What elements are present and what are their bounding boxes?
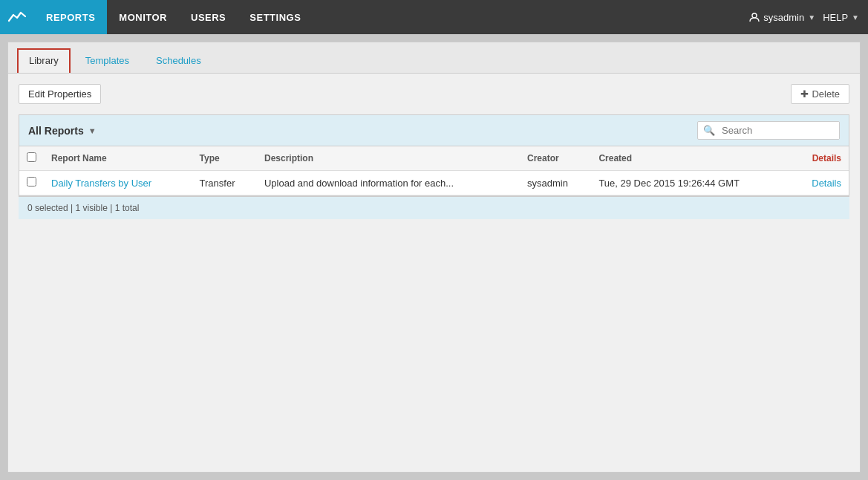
row-type: Transfer	[192, 171, 257, 195]
svg-point-1	[752, 13, 757, 18]
details-link[interactable]: Details	[799, 178, 841, 189]
col-description: Description	[257, 146, 520, 171]
nav-items: REPORTS MONITOR USERS SETTINGS	[34, 0, 749, 34]
content-area: Edit Properties ✚Delete All Reports ▼ 🔍	[8, 74, 860, 230]
table-row: Daily Transfers by User Transfer Upload …	[19, 171, 849, 195]
help-menu[interactable]: HELP ▼	[823, 12, 859, 23]
total-count: 1 total	[115, 203, 140, 213]
row-description: Upload and download information for each…	[257, 171, 520, 195]
col-checkbox	[19, 146, 44, 171]
search-icon: 🔍	[698, 122, 720, 139]
help-label: HELP	[823, 12, 848, 23]
row-created: Tue, 29 Dec 2015 19:26:44 GMT	[591, 171, 792, 195]
sub-tabs: Library Templates Schedules	[8, 42, 860, 74]
help-dropdown-icon: ▼	[852, 13, 859, 22]
row-report-name: Daily Transfers by User	[44, 171, 192, 195]
user-icon	[749, 12, 760, 22]
reports-table-container: All Reports ▼ 🔍 Report Name Type	[19, 114, 849, 196]
app-logo[interactable]	[0, 0, 34, 34]
search-box: 🔍	[697, 121, 840, 140]
col-type: Type	[192, 146, 257, 171]
report-name-link[interactable]: Daily Transfers by User	[51, 178, 151, 189]
col-details: Details	[792, 146, 849, 171]
tab-schedules[interactable]: Schedules	[144, 48, 213, 73]
search-input[interactable]	[720, 122, 839, 139]
toolbar: Edit Properties ✚Delete	[19, 84, 849, 104]
col-report-name: Report Name	[44, 146, 192, 171]
nav-item-users[interactable]: USERS	[179, 0, 238, 34]
tab-templates[interactable]: Templates	[74, 48, 141, 73]
row-details: Details	[792, 171, 849, 195]
edit-properties-button[interactable]: Edit Properties	[19, 84, 101, 104]
footer-bar: 0 selected | 1 visible | 1 total	[19, 196, 849, 219]
nav-item-reports[interactable]: REPORTS	[34, 0, 107, 34]
row-checkbox-cell	[19, 171, 44, 195]
page-container: Library Templates Schedules Edit Propert…	[7, 42, 861, 473]
row-creator: sysadmin	[520, 171, 591, 195]
user-label: sysadmin	[763, 12, 804, 23]
delete-button[interactable]: ✚Delete	[791, 84, 849, 104]
user-menu[interactable]: sysadmin ▼	[749, 12, 815, 23]
visible-count: 1 visible	[76, 203, 108, 213]
nav-right: sysadmin ▼ HELP ▼	[749, 12, 859, 23]
delete-icon: ✚	[800, 88, 809, 100]
select-all-checkbox[interactable]	[27, 152, 36, 162]
selected-count: 0 selected	[27, 203, 68, 213]
nav-item-monitor[interactable]: MONITOR	[107, 0, 179, 34]
user-dropdown-icon: ▼	[808, 13, 815, 22]
top-nav: REPORTS MONITOR USERS SETTINGS sysadmin …	[0, 0, 868, 34]
col-created: Created	[591, 146, 792, 171]
tab-library[interactable]: Library	[17, 48, 71, 73]
row-checkbox[interactable]	[27, 177, 36, 187]
nav-item-settings[interactable]: SETTINGS	[238, 0, 313, 34]
all-reports-label[interactable]: All Reports ▼	[28, 125, 97, 137]
all-reports-dropdown-icon: ▼	[88, 126, 97, 135]
col-creator: Creator	[520, 146, 591, 171]
reports-table: Report Name Type Description Creator Cre…	[19, 146, 849, 195]
table-header-bar: All Reports ▼ 🔍	[19, 115, 849, 146]
